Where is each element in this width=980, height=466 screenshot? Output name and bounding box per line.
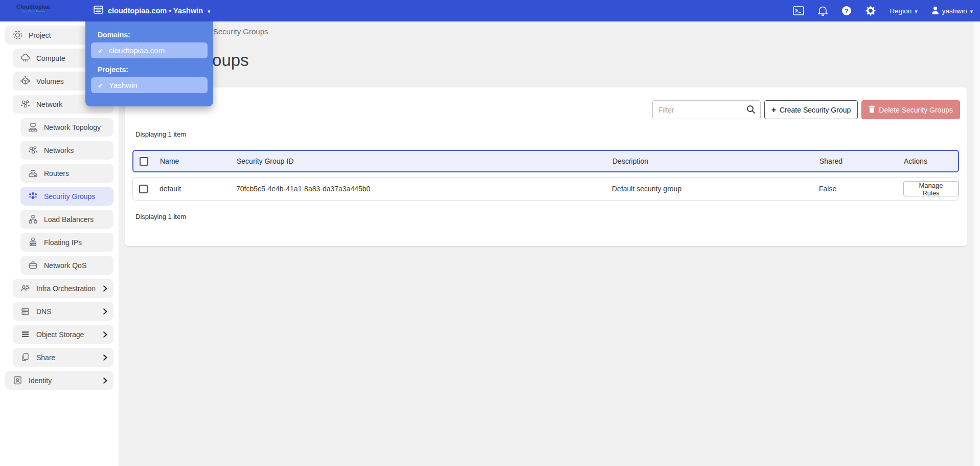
sidebar-item-label: Routers (44, 169, 69, 177)
help-icon[interactable]: ? (841, 6, 852, 16)
column-header-description[interactable]: Description (612, 157, 819, 165)
chevron-down-icon (970, 7, 973, 15)
chevron-right-icon (103, 354, 107, 361)
sidebar-item-share[interactable]: Share (13, 348, 113, 367)
sidebar-item-label: Network QoS (44, 261, 86, 270)
trash-icon (869, 105, 875, 115)
logo-text: Cloudtopiaa (15, 4, 51, 10)
sidebar-item-object-storage[interactable]: Object Storage (13, 325, 113, 344)
project-icon (13, 30, 22, 40)
cell-shared: False (819, 185, 903, 193)
user-menu[interactable]: yashwin (931, 6, 973, 16)
topology-icon (28, 122, 38, 132)
top-navbar: Cloudtopiaa Your Cloud Partner cloudtopi… (0, 0, 980, 21)
sidebar-item-networks[interactable]: Networks (20, 141, 113, 160)
chevron-right-icon (103, 377, 107, 384)
sidebar-item-label: DNS (36, 307, 52, 316)
dropdown-item-project[interactable]: Yashwin (91, 77, 208, 93)
delete-button-label: Delete Security Groups (879, 106, 953, 114)
delete-security-groups-button[interactable]: Delete Security Groups (861, 100, 960, 119)
sidebar-item-label: Floating IPs (44, 238, 82, 247)
sidebar-item-label: Networks (44, 146, 74, 154)
switcher-label: cloudtopiaa.com • Yashwin (108, 7, 203, 15)
object-storage-icon (20, 329, 30, 339)
chevron-right-icon (103, 331, 107, 338)
sidebar-item-label: Object Storage (36, 330, 84, 339)
select-all-checkbox[interactable] (140, 157, 148, 166)
sidebar-item-routers[interactable]: Routers (20, 164, 113, 183)
chevron-down-icon (208, 6, 211, 15)
identity-card-icon (13, 375, 22, 385)
item-count-top: Displaying 1 item (135, 130, 186, 138)
cell-description: Default security group (612, 185, 819, 193)
topbar-actions: ? Region (793, 0, 973, 21)
cell-name[interactable]: default (159, 185, 236, 193)
manage-rules-button[interactable]: Manage Rules (903, 181, 959, 196)
sidebar-item-dns[interactable]: DNS (13, 302, 113, 321)
sidebar-item-label: Network Topology (44, 123, 101, 131)
column-header-name[interactable]: Name (160, 157, 237, 165)
load-balancer-icon (28, 214, 38, 224)
cloudtopiaa-logo[interactable]: Cloudtopiaa Your Cloud Partner (15, 4, 51, 13)
compute-cloud-icon (20, 53, 30, 63)
table-toolbar: Create Security Group Delete Security Gr… (652, 100, 960, 119)
user-icon (931, 6, 939, 16)
security-groups-panel: Create Security Group Delete Security Gr… (125, 87, 967, 246)
network-nodes-icon (20, 99, 30, 109)
volumes-cube-icon (20, 76, 30, 86)
sidebar-item-infra-orchestration[interactable]: Infra Orchestration (13, 279, 113, 298)
sidebar-item-label: Security Groups (44, 192, 95, 201)
filter-input[interactable] (652, 100, 761, 119)
create-button-label: Create Security Group (780, 106, 851, 114)
dropdown-item-domain[interactable]: cloudtopiaa.com (91, 42, 208, 58)
sidebar-item-label: Infra Orchestration (36, 284, 96, 293)
cell-security-group-id: 70fcb5c5-4e4b-41a1-8a83-da37a3a445b0 (236, 185, 612, 193)
sidebar-item-identity[interactable]: Identity (5, 371, 113, 390)
cloud-shell-icon[interactable] (793, 6, 804, 15)
sidebar-item-load-balancers[interactable]: Load Balancers (20, 210, 113, 229)
table-header: Name Security Group ID Description Share… (132, 150, 959, 172)
domains-heading: Domains: (98, 31, 213, 39)
domain-project-switcher[interactable]: cloudtopiaa.com • Yashwin (94, 0, 211, 21)
chevron-right-icon (103, 285, 107, 292)
column-header-shared[interactable]: Shared (819, 157, 904, 165)
settings-gear-icon[interactable] (865, 6, 876, 16)
router-icon (28, 168, 38, 178)
project-item-label: Yashwin (109, 81, 138, 90)
networks-nodes-icon (28, 145, 38, 155)
create-security-group-button[interactable]: Create Security Group (764, 100, 858, 119)
projects-heading: Projects: (98, 65, 213, 74)
project-list-icon (94, 6, 103, 16)
app-root: Cloudtopiaa Your Cloud Partner cloudtopi… (0, 0, 980, 466)
sidebar-item-network-qos[interactable]: Network QoS (20, 256, 113, 275)
search-icon[interactable] (746, 105, 756, 116)
notifications-bell-icon[interactable] (818, 6, 828, 16)
region-menu[interactable]: Region (890, 7, 917, 15)
check-icon (98, 81, 103, 90)
sidebar-item-floating-ips[interactable]: Floating IPs (20, 233, 113, 252)
sidebar-item-label: Compute (36, 54, 65, 62)
security-groups-icon (28, 191, 38, 201)
breadcrumb: Security Groups (213, 27, 268, 36)
domain-project-dropdown: Domains: cloudtopiaa.com Projects: Yashw… (85, 21, 213, 106)
qos-briefcase-icon (28, 260, 38, 270)
domain-item-label: cloudtopiaa.com (109, 46, 165, 55)
sidebar-item-label: Load Balancers (44, 215, 94, 224)
sidebar-item-network-topology[interactable]: Network Topology (20, 118, 113, 137)
user-label: yashwin (942, 7, 967, 15)
chevron-right-icon (103, 308, 107, 315)
svg-text:?: ? (845, 7, 849, 15)
region-label: Region (890, 7, 911, 15)
share-copy-icon (20, 352, 30, 362)
sidebar-item-label: Share (36, 353, 55, 362)
column-header-id[interactable]: Security Group ID (237, 157, 612, 165)
sidebar-item-label: Network (36, 100, 62, 108)
dns-server-icon (20, 306, 30, 316)
page-scrollbar[interactable] (973, 21, 980, 466)
filter-wrap (652, 100, 761, 119)
chevron-down-icon (915, 7, 918, 15)
column-header-actions: Actions (904, 157, 958, 165)
sidebar-item-security-groups[interactable]: Security Groups (20, 187, 113, 206)
sidebar-item-label: Identity (29, 376, 52, 385)
row-checkbox[interactable] (139, 185, 148, 193)
